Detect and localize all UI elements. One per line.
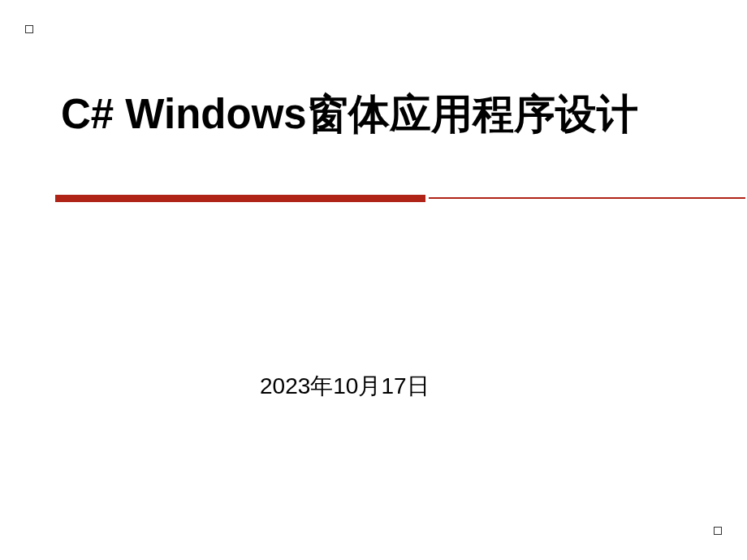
decorative-corner-bottom-right — [714, 527, 722, 535]
slide-date: 2023年10月17日 — [260, 371, 430, 402]
underline-thick-segment — [55, 195, 425, 202]
decorative-corner-top-left — [25, 25, 33, 33]
slide-title: C# Windows窗体应用程序设计 — [61, 89, 694, 140]
title-underline — [55, 195, 693, 203]
underline-thin-segment — [429, 197, 745, 199]
presentation-slide: C# Windows窗体应用程序设计 2023年10月17日 — [0, 0, 747, 560]
